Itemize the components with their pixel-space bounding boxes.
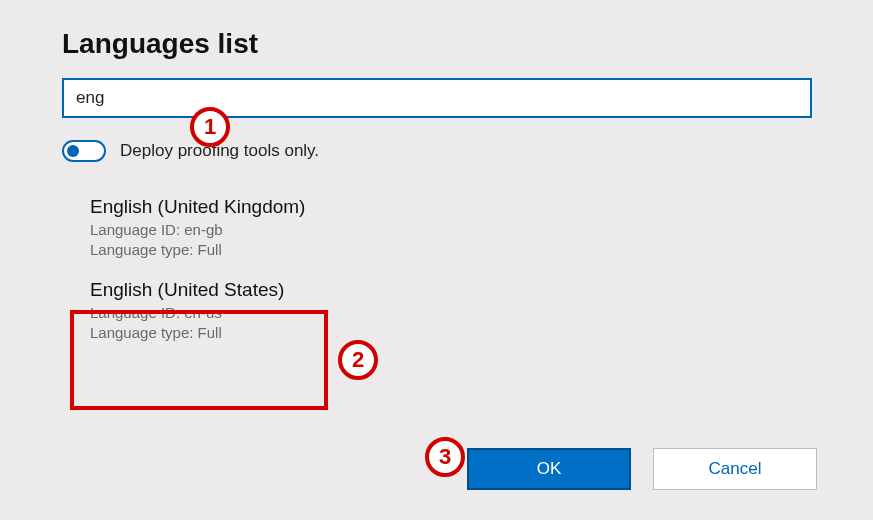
language-name: English (United Kingdom) (90, 196, 330, 218)
proofing-toggle-row: Deploy proofing tools only. (62, 140, 811, 162)
ok-button[interactable]: OK (467, 448, 631, 490)
annotation-callout-2: 2 (338, 340, 378, 380)
language-result-item[interactable]: English (United States) Language ID: en-… (80, 273, 340, 352)
language-type: Language type: Full (90, 323, 330, 343)
languages-dialog: Languages list Deploy proofing tools onl… (0, 0, 873, 351)
toggle-knob-icon (67, 145, 79, 157)
proofing-tools-toggle[interactable] (62, 140, 106, 162)
cancel-button[interactable]: Cancel (653, 448, 817, 490)
language-result-item[interactable]: English (United Kingdom) Language ID: en… (80, 190, 340, 269)
language-type: Language type: Full (90, 240, 330, 260)
annotation-callout-3: 3 (425, 437, 465, 477)
annotation-callout-1: 1 (190, 107, 230, 147)
dialog-button-row: OK Cancel (467, 448, 817, 490)
language-search-input[interactable] (62, 78, 812, 118)
dialog-title: Languages list (62, 28, 811, 60)
language-id: Language ID: en-gb (90, 220, 330, 240)
language-results-list: English (United Kingdom) Language ID: en… (80, 190, 811, 351)
language-name: English (United States) (90, 279, 330, 301)
language-id: Language ID: en-us (90, 303, 330, 323)
